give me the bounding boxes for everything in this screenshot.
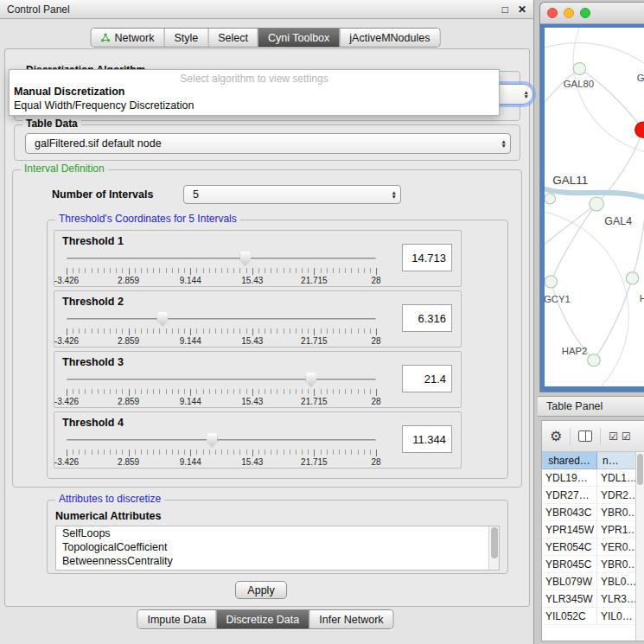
tab-cyni-toolbox[interactable]: Cyni Toolbox (258, 29, 339, 47)
node-gal11[interactable] (545, 194, 555, 204)
scrollbar-thumb[interactable] (491, 527, 498, 558)
number-of-intervals-combobox[interactable]: 5 ▲▼ (183, 185, 401, 204)
table-row[interactable]: YDL19…YDL1… (542, 469, 635, 487)
algorithm-option-manual[interactable]: Manual Discretization (10, 85, 499, 99)
cell-name[interactable]: YDL1… (597, 469, 635, 487)
tab-discretize-data[interactable]: Discretize Data (216, 610, 309, 628)
list-item[interactable]: BetweennessCentrality (56, 554, 499, 568)
table-row[interactable]: YBR045CYBR0… (542, 556, 635, 573)
cell-shared-name[interactable]: YER054C (542, 539, 597, 556)
threshold-3-value-field[interactable] (402, 365, 452, 392)
threshold-1-slider[interactable]: -3.4262.8599.14415.4321.71528 (67, 252, 376, 286)
minimize-button[interactable] (564, 8, 574, 18)
cell-name[interactable]: YBR0… (597, 556, 635, 573)
tab-infer-network-label: Infer Network (319, 614, 383, 626)
table-data-group: Table Data galFiltered.sif default node … (14, 124, 520, 161)
select-all-checkbox-icon[interactable]: ☑ (609, 430, 619, 443)
tab-impute-data[interactable]: Impute Data (137, 610, 215, 628)
node-hap2[interactable] (588, 354, 600, 367)
network-canvas[interactable]: GAL80 GA GAL11 GAL4 GCY1 H HAP2 (545, 28, 644, 386)
cell-shared-name[interactable]: YDR27… (542, 487, 597, 504)
columns-icon[interactable] (578, 430, 592, 442)
column-header-name[interactable]: n… (597, 452, 635, 469)
table-panel-title: Table Panel (546, 400, 603, 412)
list-item[interactable]: SelfLoops (56, 526, 499, 540)
cell-shared-name[interactable]: YBR043C (542, 504, 597, 521)
threshold-4-slider[interactable]: -3.4262.8599.14415.4321.71528 (67, 433, 376, 468)
node-gcy1[interactable] (545, 276, 557, 288)
apply-button[interactable]: Apply (235, 581, 287, 599)
table-row[interactable]: YBR043CYBR0… (542, 504, 635, 521)
combo-arrows-icon[interactable]: ▲▼ (501, 139, 507, 148)
cell-shared-name[interactable]: YPR145W (542, 521, 597, 539)
node-gal4[interactable] (590, 197, 604, 211)
column-header-shared-name[interactable]: shared… (542, 452, 597, 469)
threshold-2-slider[interactable]: -3.4262.8599.14415.4321.71528 (67, 312, 376, 347)
scrollbar-thumb[interactable] (637, 454, 643, 485)
list-scrollbar[interactable] (488, 526, 499, 570)
node-right[interactable] (626, 272, 638, 284)
threshold-1-value-field[interactable] (402, 244, 452, 271)
combo-arrows-icon[interactable]: ▲▼ (392, 190, 397, 199)
cell-name[interactable]: YDR2… (597, 487, 635, 504)
table-row[interactable]: YIL052CYIL0… (542, 608, 635, 625)
list-item[interactable]: TopologicalCoefficient (56, 540, 499, 554)
cell-name[interactable]: YLR3… (597, 590, 635, 608)
table-toolbar: ⚙ ☑ ☑ (542, 421, 644, 452)
cell-shared-name[interactable]: YIL052C (542, 608, 597, 625)
node-label: GA (637, 73, 644, 83)
cell-name[interactable]: YBR0… (597, 504, 635, 521)
threshold-2-group: Threshold 2 -3.4262.8599.14415.4321.7152… (54, 290, 462, 348)
network-graph[interactable]: GAL80 GA GAL11 GAL4 GCY1 H HAP2 (545, 28, 644, 386)
table-row[interactable]: YBL079WYBL0… (542, 573, 635, 590)
table-row[interactable]: YDR27…YDR2… (542, 487, 635, 504)
tab-select[interactable]: Select (207, 29, 258, 47)
zoom-button[interactable] (580, 8, 590, 18)
cell-shared-name[interactable]: YDL19… (542, 469, 597, 487)
slider-track[interactable] (67, 379, 376, 381)
slider-thumb[interactable] (207, 433, 218, 448)
table-row[interactable]: YLR345WYLR3… (542, 590, 635, 608)
slider-track[interactable] (67, 439, 376, 442)
cell-name[interactable]: YBL0… (597, 573, 635, 590)
slider-track[interactable] (67, 318, 376, 321)
threshold-3-label: Threshold 3 (62, 356, 124, 368)
cell-shared-name[interactable]: YLR345W (542, 590, 597, 608)
slider-thumb[interactable] (305, 373, 316, 387)
table-row[interactable]: YER054CYER0… (542, 539, 635, 556)
tab-network-label: Network (115, 32, 155, 44)
cell-shared-name[interactable]: YBL079W (542, 573, 597, 590)
table-scrollbar[interactable] (635, 452, 644, 641)
table-data-combobox[interactable]: galFiltered.sif default node ▲▼ (25, 133, 511, 154)
float-panel-icon[interactable]: □ (502, 3, 508, 16)
cell-shared-name[interactable]: YBR045C (542, 556, 597, 573)
node-gal80[interactable] (573, 62, 585, 74)
toolbar-divider (570, 428, 571, 445)
algorithm-option-equal-width[interactable]: Equal Width/Frequency Discretization (10, 99, 499, 112)
slider-thumb[interactable] (239, 252, 251, 266)
select-none-checkbox-icon[interactable]: ☑ (622, 430, 632, 443)
close-button[interactable] (547, 8, 558, 18)
cell-name[interactable]: YPR1… (597, 521, 635, 539)
algorithm-placeholder[interactable]: Select algorithm to view settings (10, 70, 499, 85)
slider-track[interactable] (67, 258, 376, 260)
threshold-2-value-field[interactable] (402, 304, 452, 332)
cell-name[interactable]: YIL0… (597, 608, 635, 625)
cell-name[interactable]: YER0… (597, 539, 635, 556)
threshold-3-group: Threshold 3 -3.4262.8599.14415.4321.7152… (54, 351, 462, 408)
threshold-4-value-field[interactable] (402, 425, 452, 453)
gear-icon[interactable]: ⚙ (550, 430, 562, 443)
combo-arrows-icon[interactable]: ▲▼ (524, 90, 529, 99)
close-panel-icon[interactable]: ✕ (518, 3, 526, 16)
threshold-3-slider[interactable]: -3.4262.8599.14415.4321.71528 (67, 373, 376, 407)
slider-thumb[interactable] (156, 312, 168, 327)
tab-jactivemnodules[interactable]: jActiveMNodules (339, 29, 439, 47)
tab-network[interactable]: Network (92, 29, 164, 47)
node-label: GAL80 (564, 79, 594, 89)
node-selected-red[interactable] (635, 122, 644, 137)
threshold-4-group: Threshold 4 -3.4262.8599.14415.4321.7152… (54, 411, 462, 469)
app-root: Control Panel □ ✕ Network Style Select C… (0, 0, 644, 644)
tab-style[interactable]: Style (163, 29, 207, 47)
table-row[interactable]: YPR145WYPR1… (542, 521, 635, 539)
tab-infer-network[interactable]: Infer Network (309, 610, 392, 628)
